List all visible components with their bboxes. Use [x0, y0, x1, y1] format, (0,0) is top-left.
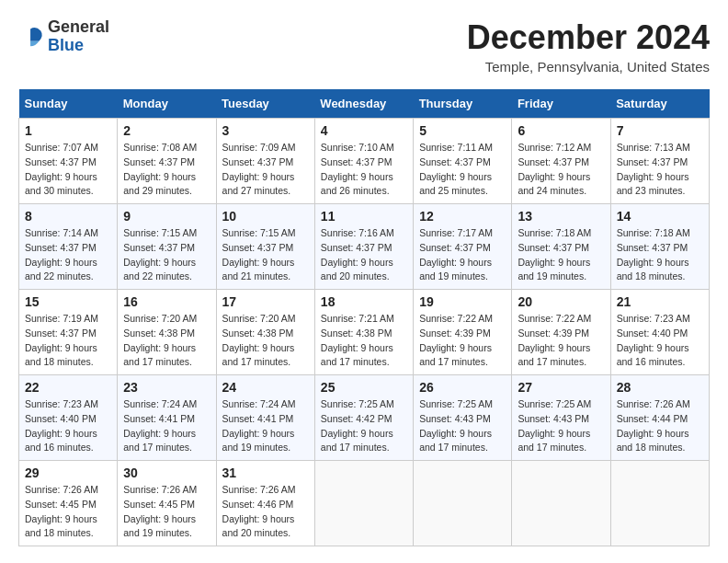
location-title: Temple, Pennsylvania, United States — [467, 59, 710, 75]
day-cell: 19 Sunrise: 7:22 AMSunset: 4:39 PMDaylig… — [414, 290, 512, 375]
day-cell: 10 Sunrise: 7:15 AMSunset: 4:37 PMDaylig… — [216, 204, 314, 290]
day-info: Sunrise: 7:25 AMSunset: 4:43 PMDaylight:… — [419, 397, 506, 455]
week-row-2: 8 Sunrise: 7:14 AMSunset: 4:37 PMDayligh… — [19, 204, 710, 290]
day-number: 2 — [123, 123, 210, 138]
day-number: 13 — [518, 209, 604, 224]
day-info: Sunrise: 7:13 AMSunset: 4:37 PMDaylight:… — [617, 141, 703, 199]
day-number: 12 — [419, 209, 506, 224]
day-cell: 31 Sunrise: 7:26 AMSunset: 4:46 PMDaylig… — [216, 461, 314, 546]
day-cell: 25 Sunrise: 7:25 AMSunset: 4:42 PMDaylig… — [314, 375, 413, 461]
day-info: Sunrise: 7:20 AMSunset: 4:38 PMDaylight:… — [123, 312, 210, 370]
day-number: 8 — [25, 209, 111, 224]
day-info: Sunrise: 7:22 AMSunset: 4:39 PMDaylight:… — [419, 312, 506, 370]
day-number: 14 — [617, 209, 703, 224]
month-title: December 2024 — [467, 18, 710, 57]
day-number: 29 — [25, 465, 111, 480]
day-info: Sunrise: 7:07 AMSunset: 4:37 PMDaylight:… — [25, 141, 111, 199]
day-number: 27 — [518, 380, 604, 395]
day-number: 16 — [123, 294, 210, 309]
day-info: Sunrise: 7:15 AMSunset: 4:37 PMDaylight:… — [123, 226, 210, 284]
day-number: 3 — [222, 123, 309, 138]
col-header-monday: Monday — [118, 89, 216, 119]
day-number: 6 — [518, 123, 604, 138]
day-info: Sunrise: 7:23 AMSunset: 4:40 PMDaylight:… — [617, 312, 703, 370]
day-cell: 14 Sunrise: 7:18 AMSunset: 4:37 PMDaylig… — [610, 204, 709, 290]
col-header-wednesday: Wednesday — [314, 89, 413, 119]
header: General Blue December 2024 Temple, Penns… — [18, 18, 710, 75]
day-info: Sunrise: 7:22 AMSunset: 4:39 PMDaylight:… — [518, 312, 604, 370]
col-header-tuesday: Tuesday — [216, 89, 314, 119]
day-number: 15 — [25, 294, 111, 309]
day-cell: 13 Sunrise: 7:18 AMSunset: 4:37 PMDaylig… — [512, 204, 610, 290]
day-cell: 27 Sunrise: 7:25 AMSunset: 4:43 PMDaylig… — [512, 375, 610, 461]
day-number: 26 — [419, 380, 506, 395]
day-number: 17 — [222, 294, 309, 309]
day-cell: 15 Sunrise: 7:19 AMSunset: 4:37 PMDaylig… — [19, 290, 118, 375]
day-cell: 1 Sunrise: 7:07 AMSunset: 4:37 PMDayligh… — [19, 119, 118, 204]
week-row-5: 29 Sunrise: 7:26 AMSunset: 4:45 PMDaylig… — [19, 461, 710, 546]
calendar-table: SundayMondayTuesdayWednesdayThursdayFrid… — [18, 89, 710, 546]
day-cell: 5 Sunrise: 7:11 AMSunset: 4:37 PMDayligh… — [414, 119, 512, 204]
day-info: Sunrise: 7:20 AMSunset: 4:38 PMDaylight:… — [222, 312, 309, 370]
day-cell: 26 Sunrise: 7:25 AMSunset: 4:43 PMDaylig… — [414, 375, 512, 461]
day-info: Sunrise: 7:26 AMSunset: 4:45 PMDaylight:… — [123, 483, 210, 541]
logo-text: General Blue — [48, 18, 109, 55]
day-cell — [610, 461, 709, 546]
day-number: 21 — [617, 294, 703, 309]
day-info: Sunrise: 7:24 AMSunset: 4:41 PMDaylight:… — [123, 397, 210, 455]
day-info: Sunrise: 7:11 AMSunset: 4:37 PMDaylight:… — [419, 141, 506, 199]
day-info: Sunrise: 7:19 AMSunset: 4:37 PMDaylight:… — [25, 312, 111, 370]
col-header-sunday: Sunday — [19, 89, 118, 119]
day-cell — [414, 461, 512, 546]
day-info: Sunrise: 7:17 AMSunset: 4:37 PMDaylight:… — [419, 226, 506, 284]
week-row-4: 22 Sunrise: 7:23 AMSunset: 4:40 PMDaylig… — [19, 375, 710, 461]
day-number: 10 — [222, 209, 309, 224]
col-header-saturday: Saturday — [610, 89, 709, 119]
day-cell: 18 Sunrise: 7:21 AMSunset: 4:38 PMDaylig… — [314, 290, 413, 375]
day-cell: 28 Sunrise: 7:26 AMSunset: 4:44 PMDaylig… — [610, 375, 709, 461]
day-number: 9 — [123, 209, 210, 224]
day-cell: 7 Sunrise: 7:13 AMSunset: 4:37 PMDayligh… — [610, 119, 709, 204]
day-info: Sunrise: 7:21 AMSunset: 4:38 PMDaylight:… — [321, 312, 407, 370]
day-cell — [512, 461, 610, 546]
day-number: 31 — [222, 465, 309, 480]
day-info: Sunrise: 7:10 AMSunset: 4:37 PMDaylight:… — [321, 141, 407, 199]
day-info: Sunrise: 7:14 AMSunset: 4:37 PMDaylight:… — [25, 226, 111, 284]
day-cell: 3 Sunrise: 7:09 AMSunset: 4:37 PMDayligh… — [216, 119, 314, 204]
col-header-thursday: Thursday — [414, 89, 512, 119]
day-cell: 20 Sunrise: 7:22 AMSunset: 4:39 PMDaylig… — [512, 290, 610, 375]
week-row-3: 15 Sunrise: 7:19 AMSunset: 4:37 PMDaylig… — [19, 290, 710, 375]
day-info: Sunrise: 7:12 AMSunset: 4:37 PMDaylight:… — [518, 141, 604, 199]
day-cell: 17 Sunrise: 7:20 AMSunset: 4:38 PMDaylig… — [216, 290, 314, 375]
day-number: 30 — [123, 465, 210, 480]
day-info: Sunrise: 7:24 AMSunset: 4:41 PMDaylight:… — [222, 397, 309, 455]
day-number: 28 — [617, 380, 703, 395]
day-number: 25 — [321, 380, 407, 395]
day-cell: 11 Sunrise: 7:16 AMSunset: 4:37 PMDaylig… — [314, 204, 413, 290]
day-number: 7 — [617, 123, 703, 138]
day-info: Sunrise: 7:18 AMSunset: 4:37 PMDaylight:… — [518, 226, 604, 284]
day-cell: 29 Sunrise: 7:26 AMSunset: 4:45 PMDaylig… — [19, 461, 118, 546]
day-info: Sunrise: 7:23 AMSunset: 4:40 PMDaylight:… — [25, 397, 111, 455]
col-header-friday: Friday — [512, 89, 610, 119]
day-cell: 6 Sunrise: 7:12 AMSunset: 4:37 PMDayligh… — [512, 119, 610, 204]
day-cell: 21 Sunrise: 7:23 AMSunset: 4:40 PMDaylig… — [610, 290, 709, 375]
day-cell: 9 Sunrise: 7:15 AMSunset: 4:37 PMDayligh… — [118, 204, 216, 290]
day-number: 20 — [518, 294, 604, 309]
day-cell: 8 Sunrise: 7:14 AMSunset: 4:37 PMDayligh… — [19, 204, 118, 290]
day-number: 22 — [25, 380, 111, 395]
day-number: 18 — [321, 294, 407, 309]
day-info: Sunrise: 7:26 AMSunset: 4:44 PMDaylight:… — [617, 397, 703, 455]
day-number: 19 — [419, 294, 506, 309]
day-info: Sunrise: 7:25 AMSunset: 4:42 PMDaylight:… — [321, 397, 407, 455]
logo-icon — [18, 24, 44, 50]
logo: General Blue — [18, 18, 109, 55]
day-cell: 16 Sunrise: 7:20 AMSunset: 4:38 PMDaylig… — [118, 290, 216, 375]
day-info: Sunrise: 7:15 AMSunset: 4:37 PMDaylight:… — [222, 226, 309, 284]
day-cell — [314, 461, 413, 546]
day-info: Sunrise: 7:26 AMSunset: 4:45 PMDaylight:… — [25, 483, 111, 541]
day-cell: 4 Sunrise: 7:10 AMSunset: 4:37 PMDayligh… — [314, 119, 413, 204]
day-info: Sunrise: 7:26 AMSunset: 4:46 PMDaylight:… — [222, 483, 309, 541]
day-cell: 12 Sunrise: 7:17 AMSunset: 4:37 PMDaylig… — [414, 204, 512, 290]
day-info: Sunrise: 7:18 AMSunset: 4:37 PMDaylight:… — [617, 226, 703, 284]
